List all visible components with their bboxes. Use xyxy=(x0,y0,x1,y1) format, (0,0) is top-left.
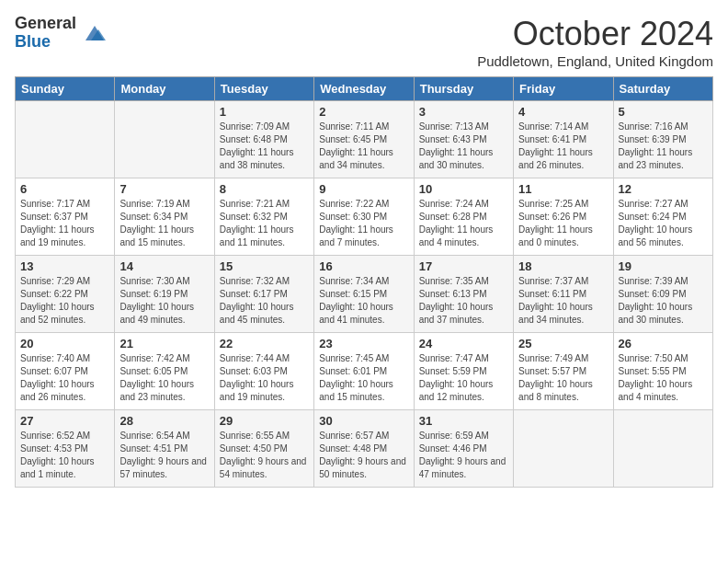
daylight: Daylight: 10 hours and 30 minutes. xyxy=(619,302,693,325)
calendar-cell xyxy=(613,410,712,488)
day-info: Sunrise: 7:16 AM Sunset: 6:39 PM Dayligh… xyxy=(619,121,708,172)
calendar-cell: 16 Sunrise: 7:34 AM Sunset: 6:15 PM Dayl… xyxy=(314,256,414,333)
sunrise: Sunrise: 7:27 AM xyxy=(619,199,688,209)
sunset: Sunset: 6:43 PM xyxy=(419,134,487,144)
calendar-cell: 26 Sunrise: 7:50 AM Sunset: 5:55 PM Dayl… xyxy=(613,333,712,410)
day-number: 18 xyxy=(518,259,608,273)
daylight: Daylight: 10 hours and 23 minutes. xyxy=(119,379,194,402)
sunset: Sunset: 6:05 PM xyxy=(119,366,188,376)
sunrise: Sunrise: 7:29 AM xyxy=(20,276,90,286)
day-number: 11 xyxy=(518,182,608,196)
day-number: 9 xyxy=(319,182,408,196)
day-info: Sunrise: 7:29 AM Sunset: 6:22 PM Dayligh… xyxy=(20,275,109,327)
sunrise: Sunrise: 7:39 AM xyxy=(619,276,688,286)
calendar-week-row: 1 Sunrise: 7:09 AM Sunset: 6:48 PM Dayli… xyxy=(16,101,713,178)
daylight: Daylight: 10 hours and 1 minute. xyxy=(20,456,95,479)
title-area: October 2024 Puddletown, England, United… xyxy=(477,15,713,69)
sunset: Sunset: 6:32 PM xyxy=(220,212,288,222)
day-number: 17 xyxy=(419,259,508,273)
daylight: Daylight: 10 hours and 45 minutes. xyxy=(220,302,294,325)
sunrise: Sunrise: 7:14 AM xyxy=(518,121,588,132)
sunset: Sunset: 6:15 PM xyxy=(319,289,387,299)
daylight: Daylight: 10 hours and 56 minutes. xyxy=(619,224,693,247)
day-info: Sunrise: 6:55 AM Sunset: 4:50 PM Dayligh… xyxy=(220,430,309,481)
day-number: 2 xyxy=(319,105,408,119)
calendar-week-row: 6 Sunrise: 7:17 AM Sunset: 6:37 PM Dayli… xyxy=(16,178,713,256)
day-number: 19 xyxy=(619,259,708,273)
sunrise: Sunrise: 7:35 AM xyxy=(419,276,489,286)
calendar-header-row: SundayMondayTuesdayWednesdayThursdayFrid… xyxy=(16,77,713,101)
day-number: 15 xyxy=(220,259,309,273)
sunrise: Sunrise: 7:37 AM xyxy=(518,276,588,286)
day-number: 5 xyxy=(619,105,708,119)
day-info: Sunrise: 7:21 AM Sunset: 6:32 PM Dayligh… xyxy=(220,198,309,249)
sunrise: Sunrise: 7:44 AM xyxy=(220,353,290,363)
sunset: Sunset: 6:13 PM xyxy=(419,289,487,299)
day-info: Sunrise: 7:44 AM Sunset: 6:03 PM Dayligh… xyxy=(220,352,309,404)
sunrise: Sunrise: 7:34 AM xyxy=(319,276,389,286)
day-info: Sunrise: 7:45 AM Sunset: 6:01 PM Dayligh… xyxy=(319,352,408,404)
calendar-header-friday: Friday xyxy=(514,77,613,101)
sunrise: Sunrise: 7:09 AM xyxy=(220,121,290,132)
daylight: Daylight: 11 hours and 34 minutes. xyxy=(319,147,393,170)
day-info: Sunrise: 7:37 AM Sunset: 6:11 PM Dayligh… xyxy=(518,275,608,327)
calendar-week-row: 20 Sunrise: 7:40 AM Sunset: 6:07 PM Dayl… xyxy=(16,333,713,410)
sunset: Sunset: 4:46 PM xyxy=(419,443,487,454)
sunrise: Sunrise: 7:42 AM xyxy=(119,353,189,363)
day-number: 14 xyxy=(119,259,209,273)
day-info: Sunrise: 7:17 AM Sunset: 6:37 PM Dayligh… xyxy=(20,198,109,249)
calendar-week-row: 27 Sunrise: 6:52 AM Sunset: 4:53 PM Dayl… xyxy=(16,410,713,488)
calendar-cell: 20 Sunrise: 7:40 AM Sunset: 6:07 PM Dayl… xyxy=(16,333,115,410)
calendar-cell xyxy=(16,101,115,178)
sunrise: Sunrise: 7:32 AM xyxy=(220,276,290,286)
sunrise: Sunrise: 7:40 AM xyxy=(20,353,90,363)
calendar-cell: 17 Sunrise: 7:35 AM Sunset: 6:13 PM Dayl… xyxy=(414,256,513,333)
daylight: Daylight: 9 hours and 50 minutes. xyxy=(319,456,406,479)
calendar-cell: 23 Sunrise: 7:45 AM Sunset: 6:01 PM Dayl… xyxy=(314,333,414,410)
sunset: Sunset: 5:57 PM xyxy=(518,366,586,376)
sunrise: Sunrise: 7:47 AM xyxy=(419,353,489,363)
sunset: Sunset: 4:53 PM xyxy=(20,443,88,454)
day-number: 30 xyxy=(319,414,408,428)
logo: General Blue xyxy=(15,15,108,52)
sunset: Sunset: 6:09 PM xyxy=(619,289,687,299)
daylight: Daylight: 11 hours and 11 minutes. xyxy=(220,224,294,247)
sunrise: Sunrise: 7:17 AM xyxy=(20,199,90,209)
daylight: Daylight: 9 hours and 57 minutes. xyxy=(119,456,207,479)
calendar-cell: 31 Sunrise: 6:59 AM Sunset: 4:46 PM Dayl… xyxy=(414,410,513,488)
calendar-cell: 18 Sunrise: 7:37 AM Sunset: 6:11 PM Dayl… xyxy=(514,256,613,333)
calendar-header-saturday: Saturday xyxy=(613,77,712,101)
sunset: Sunset: 5:55 PM xyxy=(619,366,687,376)
sunset: Sunset: 4:51 PM xyxy=(119,443,188,454)
sunset: Sunset: 6:48 PM xyxy=(220,134,288,144)
sunset: Sunset: 5:59 PM xyxy=(419,366,487,376)
daylight: Daylight: 9 hours and 47 minutes. xyxy=(419,456,506,479)
calendar-cell: 24 Sunrise: 7:47 AM Sunset: 5:59 PM Dayl… xyxy=(414,333,513,410)
calendar-cell: 6 Sunrise: 7:17 AM Sunset: 6:37 PM Dayli… xyxy=(16,178,115,256)
daylight: Daylight: 11 hours and 23 minutes. xyxy=(619,147,693,170)
sunrise: Sunrise: 7:24 AM xyxy=(419,199,489,209)
calendar-cell: 1 Sunrise: 7:09 AM Sunset: 6:48 PM Dayli… xyxy=(214,101,313,178)
sunrise: Sunrise: 7:45 AM xyxy=(319,353,389,363)
day-info: Sunrise: 7:27 AM Sunset: 6:24 PM Dayligh… xyxy=(619,198,708,249)
day-number: 8 xyxy=(220,182,309,196)
sunset: Sunset: 6:11 PM xyxy=(518,289,586,299)
sunset: Sunset: 4:50 PM xyxy=(220,443,288,454)
day-info: Sunrise: 6:52 AM Sunset: 4:53 PM Dayligh… xyxy=(20,430,109,481)
day-info: Sunrise: 7:22 AM Sunset: 6:30 PM Dayligh… xyxy=(319,198,408,249)
sunrise: Sunrise: 6:52 AM xyxy=(20,431,90,441)
day-number: 31 xyxy=(419,414,508,428)
sunset: Sunset: 6:19 PM xyxy=(119,289,188,299)
sunrise: Sunrise: 7:11 AM xyxy=(319,121,389,132)
daylight: Daylight: 11 hours and 26 minutes. xyxy=(518,147,593,170)
sunrise: Sunrise: 7:50 AM xyxy=(619,353,688,363)
sunset: Sunset: 6:22 PM xyxy=(20,289,88,299)
calendar-cell: 29 Sunrise: 6:55 AM Sunset: 4:50 PM Dayl… xyxy=(214,410,313,488)
day-number: 7 xyxy=(119,182,209,196)
sunrise: Sunrise: 7:25 AM xyxy=(518,199,588,209)
daylight: Daylight: 10 hours and 37 minutes. xyxy=(419,302,494,325)
sunset: Sunset: 6:41 PM xyxy=(518,134,586,144)
day-info: Sunrise: 7:50 AM Sunset: 5:55 PM Dayligh… xyxy=(619,352,708,404)
day-info: Sunrise: 7:34 AM Sunset: 6:15 PM Dayligh… xyxy=(319,275,408,327)
calendar-cell: 3 Sunrise: 7:13 AM Sunset: 6:43 PM Dayli… xyxy=(414,101,513,178)
